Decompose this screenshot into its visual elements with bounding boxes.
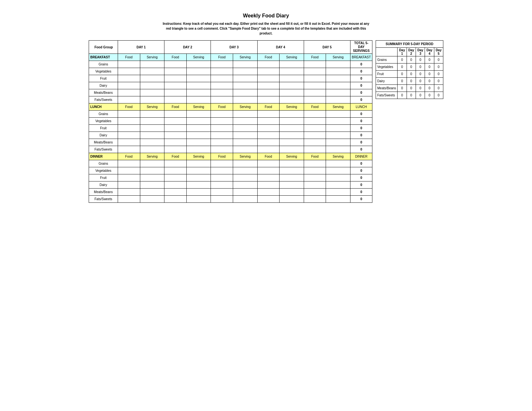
breakfast-label-header: BREAKFAST [89, 54, 118, 61]
summary-row-meats: Meats/Beans 0 0 0 0 0 [376, 85, 443, 92]
table-row: Vegetables 0 [89, 118, 372, 125]
table-row: Fruit 0 [89, 125, 372, 132]
instructions: Instructions: Keep track of what you eat… [89, 21, 443, 36]
dinner-label-header: DINNER [89, 153, 118, 160]
b-d5-food: Food [304, 54, 326, 61]
content-row: Food Group DAY 1 DAY 2 DAY 3 DAY 4 DAY 5… [89, 40, 443, 203]
summary-row-grains: Grains 0 0 0 0 0 [376, 56, 443, 64]
b-d5-serving: Serving [326, 54, 350, 61]
b-d4-food: Food [257, 54, 280, 61]
b-d1-food: Food [118, 54, 140, 61]
summary-table-wrapper: SUMMARY FOR 5-DAY PERIOD Day 1 Day 2 Day… [376, 40, 443, 99]
main-table-wrapper: Food Group DAY 1 DAY 2 DAY 3 DAY 4 DAY 5… [89, 40, 372, 203]
table-row: Dairy 0 [89, 132, 372, 139]
table-row: Fruit 0 [89, 75, 372, 82]
b-d2-serving: Serving [186, 54, 211, 61]
b-d1-serving: Serving [140, 54, 164, 61]
table-row: Meats/Beans 0 [89, 89, 372, 96]
table-row: Dairy 0 [89, 82, 372, 89]
table-row: Grains 0 [89, 160, 372, 167]
table-row: Fats/Sweets 0 [89, 96, 372, 103]
day2-header: DAY 2 [164, 41, 211, 54]
total-header: TOTAL 5-DAYSERVINGS [350, 41, 372, 54]
summary-row-dairy: Dairy 0 0 0 0 0 [376, 78, 443, 85]
summary-row-vegetables: Vegetables 0 0 0 0 0 [376, 64, 443, 71]
day4-header: DAY 4 [257, 41, 304, 54]
header-row-top: Food Group DAY 1 DAY 2 DAY 3 DAY 4 DAY 5… [89, 41, 372, 54]
b-d3-food: Food [211, 54, 233, 61]
summary-table: SUMMARY FOR 5-DAY PERIOD Day 1 Day 2 Day… [376, 40, 443, 99]
summary-row-fats: Fats/Sweets 0 0 0 0 0 [376, 92, 443, 99]
day5-header: DAY 5 [304, 41, 350, 54]
b-d3-serving: Serving [233, 54, 257, 61]
b-total-label: BREAKFAST [350, 54, 372, 61]
lunch-sub-header: LUNCH Food Serving Food Serving Food Ser… [89, 103, 372, 111]
table-row: Vegetables 0 [89, 68, 372, 75]
summary-day-header-row: Day 1 Day 2 Day 3 Day 4 Day 5 [376, 48, 443, 56]
main-table: Food Group DAY 1 DAY 2 DAY 3 DAY 4 DAY 5… [89, 40, 372, 203]
table-row: Grains 0 [89, 111, 372, 118]
day1-header: DAY 1 [118, 41, 164, 54]
lunch-label-header: LUNCH [89, 103, 118, 111]
table-row: Fruit 0 [89, 174, 372, 181]
summary-row-fruit: Fruit 0 0 0 0 0 [376, 71, 443, 78]
summary-title-row: SUMMARY FOR 5-DAY PERIOD [376, 41, 443, 48]
dinner-sub-header: DINNER Food Serving Food Serving Food Se… [89, 153, 372, 160]
summary-title: SUMMARY FOR 5-DAY PERIOD [376, 41, 443, 48]
day3-header: DAY 3 [211, 41, 257, 54]
food-group-header: Food Group [89, 41, 118, 54]
page-container: Weekly Food Diary Instructions: Keep tra… [89, 13, 443, 398]
b-d2-food: Food [164, 54, 187, 61]
page-title: Weekly Food Diary [89, 13, 443, 19]
table-row: Grains 0 [89, 61, 372, 68]
breakfast-sub-header: BREAKFAST Food Serving Food Serving Food… [89, 54, 372, 61]
table-row: Meats/Beans 0 [89, 139, 372, 146]
table-row: Dairy 0 [89, 181, 372, 189]
table-row: Fats/Sweets 0 [89, 196, 372, 203]
table-row: Meats/Beans 0 [89, 189, 372, 196]
table-row: Vegetables 0 [89, 167, 372, 174]
b-d4-serving: Serving [280, 54, 304, 61]
table-row: Fats/Sweets 0 [89, 146, 372, 153]
